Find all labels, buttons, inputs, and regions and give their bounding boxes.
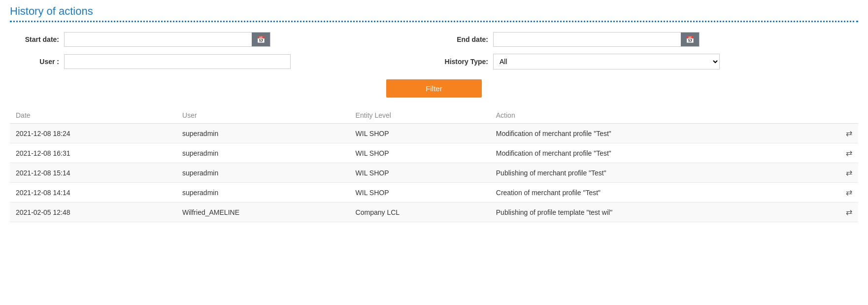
filter-row-dates: Start date: 📅 End date: 📅 xyxy=(10,32,858,47)
cell-user: superadmin xyxy=(176,163,350,183)
cell-detail-icon[interactable]: ⇄ xyxy=(812,183,858,203)
cell-action: Creation of merchant profile "Test" xyxy=(490,183,812,203)
detail-arrows-icon[interactable]: ⇄ xyxy=(846,188,852,197)
cell-entity-level: WIL SHOP xyxy=(350,183,490,203)
cell-action: Publishing of merchant profile "Test" xyxy=(490,163,812,183)
history-type-select[interactable]: AllCreationModificationPublishingDeletio… xyxy=(493,54,720,69)
cell-user: superadmin xyxy=(176,143,350,163)
cell-detail-icon[interactable]: ⇄ xyxy=(812,163,858,183)
start-date-input[interactable] xyxy=(65,33,252,46)
cell-user: superadmin xyxy=(176,124,350,143)
cell-detail-icon[interactable]: ⇄ xyxy=(812,203,858,222)
filter-button[interactable]: Filter xyxy=(386,79,481,98)
history-table: Date User Entity Level Action 2021-12-08… xyxy=(10,107,858,222)
col-date: Date xyxy=(10,107,176,124)
user-group: User : xyxy=(10,54,429,69)
user-label: User : xyxy=(10,58,59,66)
end-date-group: End date: 📅 xyxy=(439,32,858,47)
table-row: 2021-12-08 16:31superadminWIL SHOPModifi… xyxy=(10,143,858,163)
cell-date: 2021-12-08 14:14 xyxy=(10,183,176,203)
history-type-label: History Type: xyxy=(439,58,488,66)
table-row: 2021-12-08 14:14superadminWIL SHOPCreati… xyxy=(10,183,858,203)
col-user: User xyxy=(176,107,350,124)
filter-button-row: Filter xyxy=(10,79,858,98)
section-divider xyxy=(10,21,858,22)
cell-action: Modification of merchant profile "Test" xyxy=(490,124,812,143)
col-entity-level: Entity Level xyxy=(350,107,490,124)
history-type-group: History Type: AllCreationModificationPub… xyxy=(439,54,858,69)
end-date-input-wrapper: 📅 xyxy=(493,32,700,47)
cell-date: 2021-02-05 12:48 xyxy=(10,203,176,222)
cell-user: superadmin xyxy=(176,183,350,203)
filter-section: Start date: 📅 End date: 📅 User : History… xyxy=(10,32,858,69)
table-body: 2021-12-08 18:24superadminWIL SHOPModifi… xyxy=(10,124,858,222)
cell-action: Modification of merchant profile "Test" xyxy=(490,143,812,163)
start-date-label: Start date: xyxy=(10,35,59,43)
detail-arrows-icon[interactable]: ⇄ xyxy=(846,168,852,177)
col-actions-icon xyxy=(812,107,858,124)
start-date-input-wrapper: 📅 xyxy=(64,32,270,47)
filter-row-user-type: User : History Type: AllCreationModifica… xyxy=(10,54,858,69)
cell-action: Publishing of profile template "test wil… xyxy=(490,203,812,222)
table-header-row: Date User Entity Level Action xyxy=(10,107,858,124)
table-row: 2021-12-08 15:14superadminWIL SHOPPublis… xyxy=(10,163,858,183)
cell-date: 2021-12-08 18:24 xyxy=(10,124,176,143)
cell-user: Wilfried_AMELINE xyxy=(176,203,350,222)
table-row: 2021-12-08 18:24superadminWIL SHOPModifi… xyxy=(10,124,858,143)
cell-date: 2021-12-08 16:31 xyxy=(10,143,176,163)
end-date-calendar-button[interactable]: 📅 xyxy=(681,33,699,46)
table-row: 2021-02-05 12:48Wilfried_AMELINECompany … xyxy=(10,203,858,222)
col-action: Action xyxy=(490,107,812,124)
cell-entity-level: Company LCL xyxy=(350,203,490,222)
detail-arrows-icon[interactable]: ⇄ xyxy=(846,129,852,138)
cell-entity-level: WIL SHOP xyxy=(350,143,490,163)
page-title: History of actions xyxy=(10,5,858,18)
cell-entity-level: WIL SHOP xyxy=(350,163,490,183)
detail-arrows-icon[interactable]: ⇄ xyxy=(846,148,852,158)
end-date-input[interactable] xyxy=(494,33,681,46)
cell-detail-icon[interactable]: ⇄ xyxy=(812,124,858,143)
end-date-label: End date: xyxy=(439,35,488,43)
start-date-calendar-button[interactable]: 📅 xyxy=(252,33,270,46)
detail-arrows-icon[interactable]: ⇄ xyxy=(846,207,852,217)
cell-date: 2021-12-08 15:14 xyxy=(10,163,176,183)
start-date-group: Start date: 📅 xyxy=(10,32,429,47)
table-header: Date User Entity Level Action xyxy=(10,107,858,124)
cell-entity-level: WIL SHOP xyxy=(350,124,490,143)
user-input[interactable] xyxy=(64,54,291,69)
cell-detail-icon[interactable]: ⇄ xyxy=(812,143,858,163)
